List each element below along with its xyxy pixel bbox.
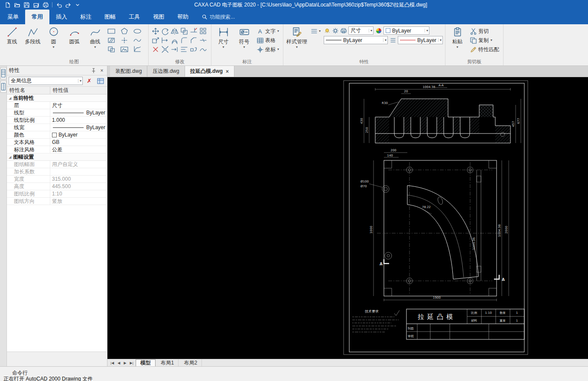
text-button[interactable]: A 文字 ▾ [255,27,281,36]
dropdown-icon[interactable]: ▾ [52,46,54,49]
chamfer-tool-icon[interactable] [191,38,196,43]
color-wheel-icon[interactable] [375,27,382,34]
raster-image-tool-icon[interactable] [121,47,128,52]
dimension-button[interactable]: 尺寸 ▾ [214,25,233,49]
doc-tab-assembly[interactable]: 装配图.dwg [110,66,147,77]
command-line-area[interactable]: 命令行 正在打开 AutoCAD 2000 Drawing 文件 [0,366,588,381]
circle-button[interactable]: 圆 ▾ [44,25,63,49]
match-properties-button[interactable]: 特性匹配 [468,45,501,54]
wave-line-tool-icon[interactable] [134,39,141,41]
pin-icon[interactable] [91,68,97,74]
tab-annotate[interactable]: 标注 [74,10,98,24]
dropdown-icon[interactable]: ▾ [491,39,492,42]
property-row-width[interactable]: 宽度 315.000 [7,176,107,183]
menu-button[interactable]: 菜单 [1,10,25,24]
palette-tab-properties[interactable] [0,67,6,79]
lineweight-combo[interactable]: ByLayer ▾ [398,36,443,44]
layer-print-icon[interactable] [340,27,347,34]
property-row-layer[interactable]: 层 尺寸 [7,102,107,109]
dropdown-icon[interactable]: ▾ [457,46,458,49]
last-layout-icon[interactable]: ▶| [129,361,135,365]
property-row-scale[interactable]: 图纸比例 1:10 [7,190,107,198]
section-current-properties[interactable]: ◢ 当前特性 [7,94,107,102]
layout-tab-layout1[interactable]: 布局1 [156,359,179,366]
dropdown-icon[interactable]: ▾ [277,48,279,51]
layer-list-button[interactable]: ▾ [309,27,322,36]
save-all-icon[interactable] [33,2,39,8]
align-tool-icon[interactable] [181,47,187,52]
property-row-orientation[interactable]: 图纸方向 竖放 [7,198,107,205]
hatch-tool-icon[interactable] [108,38,114,42]
trim-tool-icon[interactable] [191,28,197,32]
symbol-button[interactable]: 符号 ▾ [234,25,254,49]
property-row-lengthen-factor[interactable]: 加长系数 [7,168,107,176]
tab-common[interactable]: 常用 [25,10,49,24]
property-row-sheet-size[interactable]: 图纸幅面 用户自定义 [7,161,107,168]
offset-tool-icon[interactable] [172,40,177,44]
tab-view[interactable]: 视图 [146,10,171,24]
close-panel-icon[interactable]: × [99,68,105,74]
layer-settings-icon[interactable] [332,27,338,34]
color-combo[interactable]: ByLayer ▾ [383,26,429,35]
drawing-canvas[interactable]: A-A [107,77,588,359]
tab-sheet[interactable]: 图幅 [98,10,122,24]
first-layout-icon[interactable]: |◀ [109,361,115,365]
save-icon[interactable] [23,2,30,8]
translate-tool-icon[interactable] [153,28,159,34]
line-button[interactable]: 直线 [2,25,22,46]
tab-help[interactable]: 帮助 [171,10,195,24]
fillet-tool-icon[interactable] [182,38,187,43]
join-tool-icon[interactable] [200,49,206,51]
coordinate-button[interactable]: 坐标 ▾ [255,45,281,54]
save-settings-button[interactable] [96,77,105,85]
extend-tool-icon[interactable] [172,47,177,52]
copy-button[interactable]: 复制 ▾ [468,36,501,45]
break-tool-icon[interactable] [200,39,206,42]
tab-insert[interactable]: 插入 [49,10,74,24]
section-sheet-settings[interactable]: ◢ 图幅设置 [7,153,107,161]
style-manager-button[interactable]: 样式管理 ▾ [286,25,308,49]
undo-icon[interactable] [55,2,62,8]
linetype-settings-icon[interactable] [390,37,396,43]
next-layout-icon[interactable]: ▶ [122,361,127,365]
palette-tab-library[interactable] [0,81,6,93]
scale-tool-icon[interactable] [153,38,159,43]
rotate-copy-tool-icon[interactable] [191,48,196,51]
dropdown-icon[interactable]: ▾ [94,46,96,49]
polyline-button[interactable]: 多段线 [23,25,42,46]
explode-tool-icon[interactable] [162,46,168,52]
customize-toolbar-icon[interactable] [75,2,81,8]
property-row-text-style[interactable]: 文本风格 GB [7,139,107,146]
layout-tab-layout2[interactable]: 布局2 [179,359,202,366]
copy-tool-icon[interactable] [181,28,187,34]
print-icon[interactable] [42,2,49,8]
polygon-tool-icon[interactable] [121,28,127,34]
mirror-tool-icon[interactable] [171,28,178,34]
paste-button[interactable]: 粘贴 ▾ [448,25,467,49]
property-row-linetype[interactable]: 线型 ByLayer [7,109,107,117]
property-row-color[interactable]: 颜色 ByLayer [7,131,107,139]
open-file-icon[interactable] [14,2,20,8]
dropdown-icon[interactable]: ▾ [319,30,321,33]
dropdown-icon[interactable]: ▾ [243,46,245,49]
array-tool-icon[interactable] [200,28,206,34]
ellipse-tool-icon[interactable] [134,29,141,33]
rotate-tool-icon[interactable] [162,29,168,35]
scope-combo[interactable]: 全局信息 ▾ [9,77,83,85]
stretch-tool-icon[interactable] [162,38,167,43]
close-tab-icon[interactable]: × [226,68,229,75]
formula-curve-tool-icon[interactable] [134,46,140,52]
tab-tools[interactable]: 工具 [122,10,146,24]
arc-button[interactable]: 圆弧 [65,25,84,46]
new-file-icon[interactable] [4,2,11,8]
delete-tool-icon[interactable] [153,47,158,52]
doc-tab-blankholder[interactable]: 压边圈.dwg [147,66,185,77]
rectangle-tool-icon[interactable] [108,29,115,33]
property-row-lineweight[interactable]: 线宽 ByLayer [7,124,107,131]
block-tool-icon[interactable] [108,47,114,52]
redo-icon[interactable] [65,2,71,8]
layout-tab-model[interactable]: 模型 [136,359,156,366]
layer-combo[interactable]: 尺寸 ▾ [348,26,374,35]
layer-on-icon[interactable] [324,27,330,34]
cut-button[interactable]: 剪切 [468,27,501,36]
